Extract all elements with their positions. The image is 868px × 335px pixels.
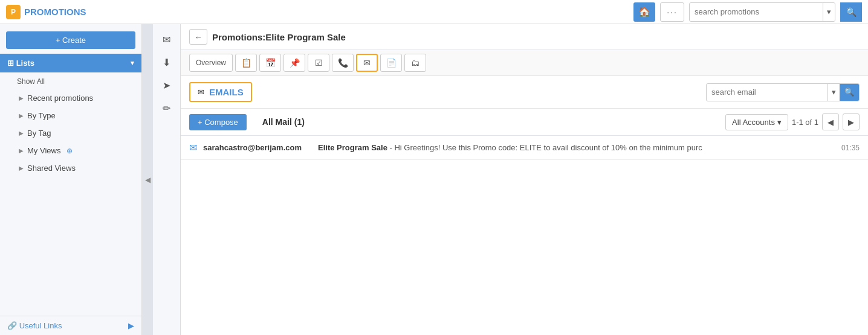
app-logo: P PROMOTIONS	[6, 5, 86, 19]
chevron-down-icon: ▾	[131, 59, 134, 67]
add-view-icon[interactable]: ⊕	[66, 147, 73, 155]
chevron-right-icon: ▶	[128, 321, 134, 330]
compose-button[interactable]: + Compose	[189, 114, 247, 130]
pagination-next-button[interactable]: ▶	[843, 113, 860, 130]
email-icon: ✉	[198, 88, 204, 97]
global-search-wrap: ▾	[689, 2, 835, 22]
mail-subject: Elite Program Sale	[318, 143, 387, 152]
tab-pin[interactable]: 📌	[283, 54, 305, 72]
pagination-prev-button[interactable]: ◀	[822, 113, 839, 130]
breadcrumb-bar: ← Promotions:Elite Program Sale	[181, 24, 868, 50]
sub-sidebar: ✉ ⬇ ➤ ✏	[153, 24, 181, 335]
create-button[interactable]: + Create	[6, 31, 135, 49]
layout: + Create ⊞ Lists ▾ Show All ▶ Recent pro…	[0, 24, 868, 335]
show-all-item[interactable]: Show All	[0, 74, 141, 89]
sub-sidebar-inbox-icon[interactable]: ⬇	[157, 52, 177, 72]
sub-sidebar-mail-icon[interactable]: ✉	[157, 29, 177, 49]
mail-row-icon: ✉	[189, 142, 197, 153]
pagination-info: 1-1 of 1	[792, 118, 818, 127]
breadcrumb-title: Promotions:Elite Program Sale	[212, 32, 346, 42]
sidebar-item-recent-promotions[interactable]: ▶ Recent promotions	[0, 89, 141, 107]
grid-icon: ⊞	[7, 59, 16, 68]
global-search-dropdown[interactable]: ▾	[823, 3, 835, 21]
mail-from: sarahcastro@berijam.com	[203, 143, 312, 152]
sub-sidebar-draft-icon[interactable]: ✏	[157, 98, 177, 118]
tab-folder[interactable]: 🗂	[404, 54, 426, 72]
email-search-dropdown[interactable]: ▾	[828, 84, 840, 101]
accounts-dropdown[interactable]: All Accounts ▾	[725, 114, 788, 130]
sidebar-lists-section[interactable]: ⊞ Lists ▾	[0, 54, 141, 72]
emails-title-text: EMAILS	[209, 87, 244, 97]
logo-icon: P	[6, 5, 21, 19]
email-search-button[interactable]: 🔍	[840, 83, 859, 101]
global-search-button[interactable]: 🔍	[840, 2, 862, 22]
emails-section-title: ✉ EMAILS	[189, 82, 252, 102]
sidebar-item-label: Shared Views	[27, 164, 76, 173]
arrow-icon: ▶	[19, 95, 24, 101]
sidebar-item-label: Recent promotions	[27, 94, 93, 103]
tab-bar: Overview 📋 📅 📌 ☑ 📞 ✉ 📄 🗂	[181, 50, 868, 76]
sidebar-item-label: By Type	[27, 111, 56, 120]
home-button[interactable]: 🏠	[633, 2, 655, 22]
accounts-chevron-icon: ▾	[777, 118, 782, 127]
emails-header: ✉ EMAILS ▾ 🔍	[181, 76, 868, 109]
mail-preview-text: - Hi Greetings! Use this Promo code: ELI…	[387, 143, 702, 152]
mail-list: ✉ sarahcastro@berijam.com Elite Program …	[181, 136, 868, 335]
arrow-icon: ▶	[19, 130, 24, 136]
tab-list[interactable]: 📋	[235, 54, 257, 72]
main-content: ← Promotions:Elite Program Sale Overview…	[181, 24, 868, 335]
pagination-wrap: All Accounts ▾ 1-1 of 1 ◀ ▶	[725, 113, 860, 130]
tab-overview[interactable]: Overview	[189, 54, 233, 72]
mail-toolbar: + Compose All Mail (1) All Accounts ▾ 1-…	[181, 109, 868, 136]
more-options-button[interactable]: ···	[660, 2, 684, 22]
sidebar-useful-links[interactable]: 🔗 Useful Links ▶	[0, 316, 141, 335]
mail-preview: Elite Program Sale - Hi Greetings! Use t…	[318, 143, 835, 152]
all-mail-label: All Mail (1)	[262, 117, 305, 127]
mail-time: 01:35	[841, 144, 860, 152]
topbar: P PROMOTIONS 🏠 ··· ▾ 🔍	[0, 0, 868, 24]
arrow-icon: ▶	[19, 165, 24, 171]
useful-links-label: Useful Links	[19, 321, 62, 330]
arrow-icon: ▶	[19, 147, 24, 154]
sidebar-item-by-tag[interactable]: ▶ By Tag	[0, 124, 141, 142]
sidebar-collapse-handle[interactable]: ◀	[142, 24, 153, 335]
sidebar-item-label: By Tag	[27, 129, 51, 138]
tab-calendar[interactable]: 📅	[259, 54, 281, 72]
sub-sidebar-sent-icon[interactable]: ➤	[157, 75, 177, 95]
sidebar-item-label: My Views	[27, 146, 60, 155]
tab-check[interactable]: ☑	[308, 54, 329, 72]
back-button[interactable]: ←	[189, 29, 207, 45]
sidebar-item-my-views[interactable]: ▶ My Views ⊕	[0, 142, 141, 159]
arrow-icon: ▶	[19, 112, 24, 119]
app-title: PROMOTIONS	[24, 7, 86, 17]
accounts-label: All Accounts	[732, 118, 775, 127]
sidebar: + Create ⊞ Lists ▾ Show All ▶ Recent pro…	[0, 24, 142, 335]
email-search-wrap: ▾ 🔍	[706, 83, 860, 101]
sidebar-bottom: 🔗 Useful Links ▶	[0, 316, 141, 335]
sidebar-item-shared-views[interactable]: ▶ Shared Views	[0, 159, 141, 177]
email-search-input[interactable]	[707, 88, 828, 97]
tab-email[interactable]: ✉	[356, 54, 378, 72]
mail-row[interactable]: ✉ sarahcastro@berijam.com Elite Program …	[181, 136, 868, 160]
sidebar-item-by-type[interactable]: ▶ By Type	[0, 107, 141, 124]
lists-label: Lists	[16, 59, 34, 68]
tab-doc[interactable]: 📄	[380, 54, 402, 72]
global-search-input[interactable]	[690, 7, 823, 16]
tab-phone[interactable]: 📞	[332, 54, 354, 72]
link-icon: 🔗	[7, 321, 19, 330]
